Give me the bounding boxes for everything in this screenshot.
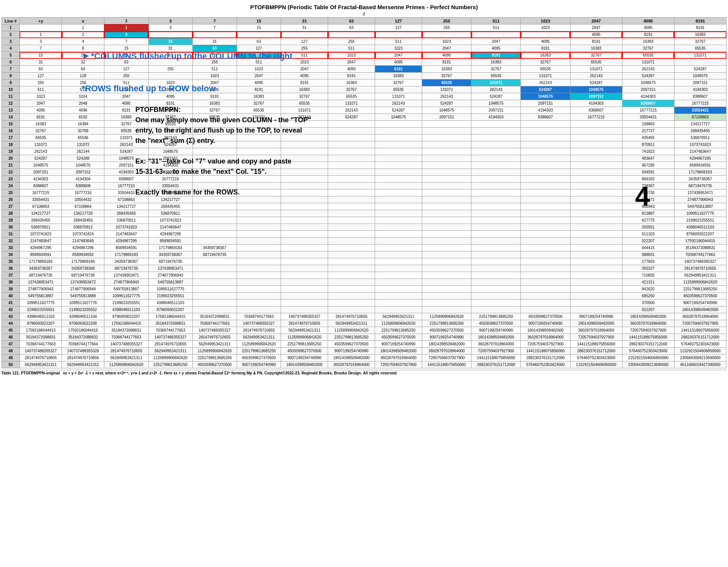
table-cell: 127 — [237, 45, 281, 52]
table-cell: 268435455 — [674, 128, 726, 134]
table-cell — [422, 128, 471, 134]
cell-line: 8 — [2, 73, 20, 79]
table-cell: 274877906943 — [148, 272, 193, 279]
table-cell: 63 — [328, 24, 375, 31]
table-row: 3768719476735687194767361374389534712748… — [2, 272, 726, 279]
table-row: 2220971512097152419430383886079345911717… — [2, 169, 726, 176]
table-cell: 65536 — [62, 134, 104, 141]
table-cell — [375, 286, 422, 293]
table-cell: 2097151 — [471, 107, 521, 114]
table-cell: 536870912 — [62, 224, 104, 231]
table-cell: 1152921504606850000 — [674, 348, 726, 355]
table-cell — [237, 286, 281, 293]
table-cell: 1 — [104, 24, 149, 31]
table-cell: 576460752303423000 — [622, 348, 674, 355]
table-cell: 217727 — [622, 128, 674, 134]
table-cell — [328, 128, 375, 134]
table-cell: 32767 — [521, 59, 570, 66]
table-row: 7636412725551110232047409581911638332767… — [2, 66, 726, 73]
table-cell: 32767 — [20, 128, 62, 134]
table-cell: 536870911 — [104, 217, 149, 224]
table-cell: 1125899906842620 — [375, 320, 422, 327]
cell-line: 37 — [2, 272, 20, 279]
table-cell — [375, 128, 422, 134]
table-cell: 2147483647 — [148, 224, 193, 231]
table-cell — [375, 141, 422, 148]
table-cell: 18014398509482000 — [521, 327, 570, 334]
table-cell — [570, 128, 622, 134]
table-cell — [521, 272, 570, 279]
cell-line: 2 — [2, 31, 20, 38]
table-cell — [521, 31, 570, 38]
table-cell — [375, 258, 422, 265]
cell-line: 30 — [2, 224, 20, 231]
table-cell — [471, 272, 521, 279]
table-cell: 35184372088831 — [148, 320, 193, 327]
table-cell — [328, 190, 375, 196]
table-cell: 8191 — [328, 73, 375, 79]
table-cell — [237, 238, 281, 245]
table-cell — [193, 169, 237, 176]
table-cell — [422, 210, 471, 217]
table-cell — [281, 31, 328, 38]
table-cell: 2251799813685250 — [471, 313, 521, 320]
table-cell: 131071 — [328, 100, 375, 107]
table-cell: 137438953472 — [62, 279, 104, 286]
table-cell: 262143 — [622, 66, 674, 73]
table-cell: 4095 — [281, 73, 328, 79]
table-cell — [237, 128, 281, 134]
table-cell — [193, 306, 237, 313]
table-cell: 144115188075856000 — [570, 341, 622, 348]
table-cell: 562949953421311 — [281, 327, 328, 334]
table-cell — [471, 265, 521, 272]
table-cell — [281, 128, 328, 134]
table-cell: 1024 — [62, 93, 104, 100]
table-cell: 281474976710655 — [674, 265, 726, 272]
table-cell: 7 — [20, 45, 62, 52]
table-cell: 108863 — [622, 121, 674, 128]
table-cell: 1023 — [104, 86, 149, 93]
table-cell — [570, 279, 622, 286]
table-cell — [570, 203, 622, 210]
table-cell: 131071 — [422, 86, 471, 93]
table-cell — [471, 238, 521, 245]
table-cell — [375, 217, 422, 224]
table-cell: 1125899906842620 — [674, 279, 726, 286]
table-cell: 022207 — [622, 306, 674, 313]
table-cell: 34359738368 — [62, 265, 104, 272]
cell-line: 26 — [2, 196, 20, 203]
cell-line: 11 — [2, 93, 20, 100]
table-cell — [422, 121, 471, 128]
table-cell — [422, 217, 471, 224]
table-cell: 36028797018964000 — [422, 348, 471, 355]
table-cell: 1048575 — [375, 114, 422, 121]
table-cell: 1023 — [375, 45, 422, 52]
table-cell — [193, 293, 237, 300]
table-cell: 15 — [20, 52, 62, 59]
cell-line: 40 — [2, 293, 20, 300]
table-cell: 2147483648 — [62, 238, 104, 245]
table-cell: 4398046511104 — [62, 313, 104, 320]
table-cell: 262143 — [521, 79, 570, 86]
table-row: 2633554431335544326710886313421772795347… — [2, 196, 726, 203]
table-row: 3110737418231073741824214748364742949672… — [2, 231, 726, 238]
table-cell: 32767 — [375, 79, 422, 86]
table-cell: 64 — [62, 66, 104, 73]
table-cell — [570, 272, 622, 279]
table-cell: 131071 — [375, 93, 422, 100]
table-cell — [521, 183, 570, 190]
table-cell: 36028797018964000 — [521, 334, 570, 341]
table-cell — [281, 300, 328, 306]
table-cell: 17179869183 — [148, 245, 193, 251]
table-cell: 16 — [62, 52, 104, 59]
table-cell: 8589934591 — [674, 162, 726, 169]
table-cell — [375, 224, 422, 231]
table-cell: 65535 — [237, 107, 281, 114]
table-cell: 16383 — [422, 66, 471, 73]
table-cell — [570, 190, 622, 196]
col-2047: 2047 — [570, 18, 622, 24]
table-cell: 18014398509482000 — [375, 348, 422, 355]
table-cell: 4095 — [471, 45, 521, 52]
table-cell: 2097151 — [674, 79, 726, 86]
table-cell — [237, 272, 281, 279]
